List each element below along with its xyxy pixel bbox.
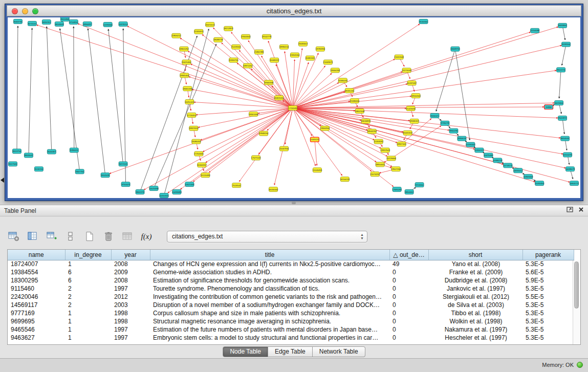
graph-node[interactable]: 9126746 bbox=[34, 167, 43, 171]
graph-node[interactable]: 16344557 bbox=[197, 163, 207, 167]
cell-short[interactable]: Yano et al. (2008) bbox=[428, 260, 522, 268]
graph-node[interactable]: 15345231 bbox=[310, 137, 320, 142]
cell-pagerank[interactable]: 5.9E-5 bbox=[522, 276, 574, 285]
graph-node[interactable]: 9634533 bbox=[561, 136, 570, 141]
graph-node[interactable]: 9860296 bbox=[449, 128, 458, 133]
graph-node[interactable]: 18301252 bbox=[179, 47, 189, 51]
cell-year[interactable]: 2008 bbox=[111, 276, 150, 285]
graph-node[interactable]: 18331240 bbox=[345, 89, 355, 93]
cell-year[interactable]: 1997 bbox=[111, 285, 150, 293]
graph-node[interactable]: 10354372 bbox=[474, 148, 484, 152]
tab-edge-table[interactable]: Edge Table bbox=[268, 346, 313, 357]
graph-node[interactable]: 22806212 bbox=[171, 33, 181, 38]
create-column-icon[interactable] bbox=[45, 230, 58, 243]
cell-pagerank[interactable]: 5.3E-5 bbox=[522, 325, 574, 334]
graph-node[interactable]: 17577019 bbox=[251, 156, 261, 160]
cell-year[interactable]: 2012 bbox=[111, 293, 150, 301]
graph-node[interactable]: 9850052 bbox=[405, 190, 413, 194]
graph-node[interactable]: 9750029 bbox=[121, 182, 130, 187]
cell-title[interactable]: Tourette syndrome. Phenomenology and cla… bbox=[150, 285, 389, 293]
graph-node[interactable]: 9714810 bbox=[69, 19, 78, 24]
network-svg[interactable]: 1724045183012522001546419565404180610581… bbox=[8, 17, 580, 198]
delete-table-icon[interactable] bbox=[102, 230, 115, 243]
graph-node[interactable]: 18780934 bbox=[316, 47, 325, 51]
cell-short[interactable]: Franke et al. (2009) bbox=[428, 268, 522, 276]
table-scrollbar-thumb[interactable] bbox=[574, 261, 579, 309]
graph-node[interactable]: 9199554 bbox=[562, 42, 571, 47]
graph-node[interactable]: 18550563 bbox=[411, 94, 421, 98]
graph-node[interactable]: 10025398 bbox=[149, 186, 159, 191]
column-header-title[interactable]: title bbox=[150, 250, 389, 260]
graph-node[interactable]: 21862386 bbox=[254, 50, 264, 54]
graph-node[interactable]: 19664269 bbox=[331, 68, 340, 73]
cell-out_degree[interactable]: 0 bbox=[389, 276, 428, 285]
cell-in_degree[interactable]: 2 bbox=[65, 293, 111, 301]
column-header-short[interactable]: short bbox=[428, 250, 522, 260]
graph-node[interactable]: 18212819 bbox=[224, 26, 233, 31]
graph-node[interactable]: 17254666 bbox=[194, 151, 204, 156]
table-row[interactable]: 946362711997Embryonic stem cells: a mode… bbox=[8, 334, 574, 342]
graph-node[interactable]: 20584432 bbox=[338, 78, 348, 83]
graph-node[interactable]: 10805721 bbox=[570, 181, 579, 186]
graph-node[interactable]: 9724550 bbox=[415, 183, 424, 187]
graph-node[interactable]: 10586218 bbox=[493, 158, 503, 163]
graph-node[interactable]: 8617505 bbox=[8, 162, 17, 166]
graph-node[interactable]: 9286615 bbox=[70, 148, 78, 152]
column-header-name[interactable]: name bbox=[8, 250, 65, 260]
new-table-icon[interactable] bbox=[83, 230, 96, 243]
cell-in_degree[interactable]: 1 bbox=[65, 260, 111, 268]
cell-in_degree[interactable]: 2 bbox=[65, 301, 111, 309]
cell-in_degree[interactable]: 1 bbox=[65, 325, 111, 334]
graph-node[interactable]: 16648734 bbox=[450, 47, 460, 51]
cell-title[interactable]: Estimation of the future numbers of pati… bbox=[150, 325, 389, 334]
column-header-out_degree[interactable]: △ out_de… bbox=[389, 250, 428, 260]
graph-node[interactable]: 21188434 bbox=[350, 99, 360, 103]
graph-node[interactable]: 21926974 bbox=[194, 29, 204, 34]
graph-node[interactable]: 20068222 bbox=[270, 58, 279, 62]
graph-node[interactable]: 18954442 bbox=[375, 162, 385, 167]
cell-name[interactable]: 9115460 bbox=[8, 285, 65, 293]
cell-name[interactable]: 22420046 bbox=[8, 293, 65, 301]
network-window-titlebar[interactable]: citations_edges.txt bbox=[7, 5, 581, 16]
cell-short[interactable]: Hescheler et al. (1997) bbox=[428, 334, 522, 342]
cell-out_degree[interactable]: 0 bbox=[389, 334, 428, 342]
cell-out_degree[interactable]: 0 bbox=[389, 317, 428, 325]
cell-title[interactable]: Changes of HCN gene expression and I(f) … bbox=[150, 260, 389, 268]
cell-pagerank[interactable]: 5.3E-5 bbox=[522, 301, 574, 309]
cell-name[interactable]: 9463627 bbox=[8, 334, 65, 342]
graph-node[interactable]: 21802064 bbox=[290, 53, 300, 57]
tab-node-table[interactable]: Node Table bbox=[223, 346, 268, 357]
memory-status-icon[interactable] bbox=[577, 362, 583, 368]
graph-node[interactable]: 9541872 bbox=[558, 116, 567, 120]
graph-node[interactable]: 20728466 bbox=[386, 156, 396, 161]
cell-short[interactable]: Tibbo et al. (1998) bbox=[428, 309, 522, 317]
cell-title[interactable]: Disruption of a novel member of a sodium… bbox=[150, 301, 389, 309]
cell-pagerank[interactable]: 5.5E-5 bbox=[522, 293, 574, 301]
cell-name[interactable]: 9699695 bbox=[8, 317, 65, 325]
column-header-in_degree[interactable]: in_degree bbox=[65, 250, 111, 260]
cell-year[interactable]: 1997 bbox=[111, 334, 150, 342]
graph-node[interactable]: 19102778 bbox=[262, 34, 272, 39]
graph-node[interactable]: 8613754 bbox=[12, 149, 21, 154]
graph-node[interactable]: 10969408 bbox=[524, 174, 533, 179]
graph-node[interactable]: 9272157 bbox=[28, 21, 36, 26]
cell-year[interactable]: 2009 bbox=[111, 268, 150, 276]
graph-node[interactable]: 11092450 bbox=[535, 181, 545, 186]
graph-node[interactable]: 9634021 bbox=[430, 113, 439, 118]
graph-node[interactable]: 10510291 bbox=[563, 152, 573, 157]
cell-short[interactable]: Jankovic et al. (1997) bbox=[428, 285, 522, 293]
cell-name[interactable]: 19384554 bbox=[8, 268, 65, 276]
graph-node[interactable]: 10196343 bbox=[466, 142, 475, 147]
cell-year[interactable]: 1997 bbox=[111, 325, 150, 334]
graph-node[interactable]: 20015464 bbox=[182, 60, 191, 64]
merge-rows-icon[interactable] bbox=[64, 230, 77, 243]
graph-node[interactable]: 9472105 bbox=[119, 162, 127, 166]
graph-node[interactable]: 9735278 bbox=[441, 121, 449, 125]
graph-node[interactable]: 10438489 bbox=[172, 190, 182, 194]
graph-node[interactable]: 10200320 bbox=[159, 193, 169, 198]
graph-node[interactable]: 9367755 bbox=[75, 169, 84, 174]
graph-node[interactable]: 21067934 bbox=[279, 146, 289, 151]
cell-pagerank[interactable]: 5.3E-5 bbox=[522, 334, 574, 342]
cell-year[interactable]: 1998 bbox=[111, 309, 150, 317]
network-canvas[interactable]: 1724045183012522001546419565404180610581… bbox=[8, 17, 580, 198]
